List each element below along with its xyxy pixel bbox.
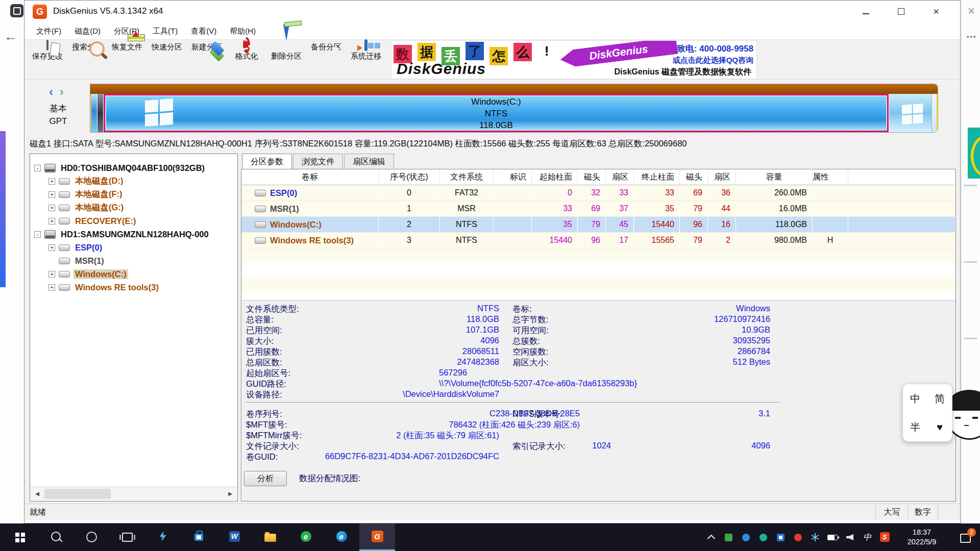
tray-button[interactable] [754,523,772,551]
taskbar-app-button[interactable] [324,523,359,551]
table-header-cell[interactable]: 标识 [494,169,532,185]
tray-button[interactable] [737,523,754,551]
titlebar[interactable]: G DiskGenius V5.4.3.1342 x64 [24,1,960,23]
table-header-cell[interactable]: 起始柱面 [532,169,578,185]
tray-button[interactable] [702,523,720,551]
expander-icon[interactable] [48,244,55,251]
tree-item[interactable]: HD0:TOSHIBAMQ04ABF100(932GB) [30,161,237,174]
partition-re-tools[interactable] [889,94,932,132]
taskbar-app-button[interactable] [359,523,395,551]
tab[interactable]: 浏览文件 [293,154,343,169]
taskbar-app-button[interactable] [74,523,109,551]
toolbar-button[interactable]: 搜索分区 [67,41,107,79]
expander-icon[interactable] [48,271,55,278]
ime-halfwidth[interactable]: 半 [903,413,927,441]
prev-disk-arrow-icon[interactable]: ‹ [49,85,53,98]
back-arrow-icon[interactable]: ← [4,29,17,44]
table-row[interactable]: Windows(C:) 2 NTFS 35 79 45 15440 96 1 [241,217,955,233]
toolbar-button[interactable]: 备份分区 [306,41,346,79]
table-header-cell[interactable]: 磁头 [578,169,606,185]
table-header-cell[interactable]: 文件系统 [440,169,494,185]
tree-item[interactable]: HD1:SAMSUNGMZNLN128HAHQ-000 [30,228,237,241]
taskbar-clock[interactable]: 18:37 2022/5/9 [893,523,950,551]
tree-item[interactable]: 本地磁盘(F:) [30,188,237,201]
background-more-icon[interactable]: ⋯ [966,31,976,43]
tray-button[interactable] [824,523,841,551]
toolbar-button[interactable]: 格式化 [227,41,266,79]
expander-icon[interactable] [48,178,55,185]
tree-horizontal-scrollbar[interactable]: ◀ ▶ [31,487,237,500]
next-disk-arrow-icon[interactable]: › [60,85,64,98]
close-button[interactable] [921,1,951,23]
toolbar-button[interactable]: 恢复文件 [107,41,147,79]
table-header-cell[interactable]: 扇区 [606,169,634,185]
analyze-button[interactable]: 分析 [244,471,287,486]
tray-button[interactable]: 中 [859,523,876,551]
tree-item[interactable]: Windows RE tools(3) [30,281,237,294]
toolbar-button[interactable]: 系统迁移 [346,41,386,79]
taskbar-app-button[interactable] [109,523,145,551]
background-app-tab-icon[interactable] [10,4,23,17]
expander-icon[interactable] [48,205,55,211]
scroll-left-arrow-icon[interactable]: ◀ [31,487,44,500]
expander-icon[interactable] [34,231,41,238]
table-header-cell[interactable]: 卷标 [241,169,379,185]
background-close-icon[interactable]: ✕ [967,5,975,17]
taskbar-app-button[interactable] [38,523,74,551]
tree-item[interactable]: MSR(1) [30,254,237,267]
partition-esp-sliver[interactable] [90,94,97,132]
tray-button[interactable] [772,523,789,551]
table-row[interactable]: MSR(1) 1 MSR 33 69 37 35 79 44 [241,201,955,217]
table-header-cell[interactable]: 容量 [736,169,813,185]
table-header-cell[interactable]: 序号(状态) [379,169,440,185]
taskbar-app-button[interactable] [288,523,324,551]
tree-item[interactable]: Windows(C:) [30,267,237,281]
tray-button[interactable] [789,523,806,551]
ad-qq-link[interactable]: 或点击此处选择QQ咨询 [673,56,753,65]
table-header-cell[interactable]: 扇区 [708,169,736,185]
menu-item[interactable]: 工具(T) [146,27,184,36]
partition-msr-sliver[interactable] [97,94,104,132]
disk-header-strip[interactable] [90,84,938,94]
maximize-button[interactable] [886,1,916,23]
tray-button[interactable] [720,523,737,551]
menu-item[interactable]: 文件(F) [30,27,68,36]
table-row[interactable]: ESP(0) 0 FAT32 0 32 33 33 69 36 [241,185,955,201]
table-header-cell[interactable]: 终止柱面 [634,169,680,185]
table-header-cell[interactable]: 属性 [813,169,848,185]
taskbar-app-button[interactable] [181,523,216,551]
expander-icon[interactable] [48,284,55,291]
tree-item[interactable]: 本地磁盘(G:) [30,201,237,214]
menu-item[interactable]: 磁盘(D) [68,27,107,36]
expander-icon[interactable] [48,191,55,198]
tray-button[interactable] [806,523,824,551]
scroll-right-arrow-icon[interactable]: ▶ [224,487,237,500]
expander-icon[interactable] [48,218,55,224]
tab[interactable]: 分区参数 [242,154,292,169]
tree-item[interactable]: RECOVERY(E:) [30,214,237,228]
tray-button[interactable] [841,523,859,551]
taskbar-app-button[interactable] [145,523,181,551]
taskbar-app-button[interactable] [252,523,288,551]
ime-status-panel[interactable]: 中 简 半 ♥ [902,384,952,442]
expander-icon[interactable] [34,165,41,171]
taskbar-app-button[interactable] [216,523,252,551]
scrollbar-thumb[interactable] [44,489,111,499]
ad-banner[interactable]: 数据丢了怎么! DiskGenius DiskGenius 致电: 400-00… [391,40,757,79]
notification-button[interactable]: 2 [950,523,980,551]
toolbar-button[interactable]: 快速分区 [147,41,187,79]
menu-item[interactable]: 帮助(H) [223,27,262,36]
ime-emoji[interactable]: ♥ [927,413,952,441]
partition-windows-c[interactable]: Windows(C:) NTFS 118.0GB [104,94,889,132]
menu-item[interactable]: 查看(V) [184,27,223,36]
tree-item[interactable]: 本地磁盘(D:) [30,174,237,188]
ime-lang[interactable]: 中 [903,384,927,413]
toolbar-button[interactable]: 保存更改 [28,41,67,79]
toolbar-button[interactable]: 删除分区 [266,41,306,79]
table-header-cell[interactable]: 磁头 [680,169,708,185]
minimize-button[interactable] [851,1,880,23]
ime-simplified[interactable]: 简 [927,384,952,413]
tab[interactable]: 扇区编辑 [344,154,394,169]
tree-item[interactable]: ESP(0) [30,241,237,254]
taskbar-app-button[interactable] [2,523,38,551]
